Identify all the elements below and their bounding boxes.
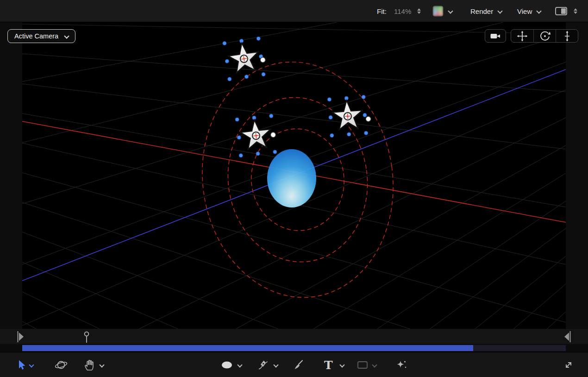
text-tool-chevron-icon[interactable]	[339, 352, 344, 377]
rectangle-tool-chevron-icon[interactable]	[372, 352, 377, 377]
pan-tool-icon	[84, 359, 95, 371]
expand-canvas-icon	[563, 359, 574, 371]
paint-tool-button[interactable]	[293, 352, 304, 377]
rectangle-tool-button[interactable]	[357, 352, 368, 377]
star-object-1[interactable]	[222, 36, 268, 81]
shape-tool-icon	[221, 360, 233, 370]
view-menu-label: View	[517, 7, 532, 15]
view-tools	[485, 29, 578, 43]
bottom-toolbar: T	[0, 352, 588, 377]
transform-3d-tool-icon	[55, 359, 68, 371]
in-point-icon[interactable]	[18, 331, 24, 342]
star-object-3[interactable]	[327, 95, 372, 138]
render-chevron-icon	[497, 9, 502, 13]
bezier-tool-icon	[257, 359, 269, 371]
color-swatch-icon	[432, 6, 444, 17]
orbit-3d-button[interactable]	[533, 30, 556, 42]
timeline-ruler[interactable]	[0, 329, 588, 344]
active-camera-label: Active Camera	[14, 32, 58, 40]
bezier-tool-chevron-icon[interactable]	[273, 352, 278, 377]
bezier-tool-button[interactable]	[257, 352, 269, 377]
render-menu[interactable]: Render	[470, 0, 502, 22]
select-tool-button[interactable]	[17, 352, 27, 377]
canvas-viewport[interactable]	[22, 22, 566, 329]
shape-tool-button[interactable]	[221, 352, 233, 377]
render-menu-label: Render	[470, 7, 493, 15]
playhead-icon[interactable]	[85, 332, 89, 343]
active-camera-chevron-icon	[64, 34, 69, 38]
camera-move-tool-group	[511, 29, 578, 43]
canvas-area[interactable]: Active Camera	[0, 22, 588, 329]
pan-3d-icon	[516, 30, 528, 42]
zoom-stepper-icon[interactable]	[417, 0, 421, 22]
shape-tool-chevron-icon[interactable]	[237, 352, 242, 377]
view-menu[interactable]: View	[517, 0, 541, 22]
mini-timeline[interactable]	[0, 344, 588, 352]
camera-overlay-icon	[489, 31, 501, 42]
pan-tool-chevron-icon[interactable]	[99, 352, 104, 377]
view-chevron-icon	[536, 9, 541, 13]
transform-3d-tool-button[interactable]	[55, 352, 68, 377]
pan-3d-button[interactable]	[511, 30, 533, 42]
fit-label: Fit:	[377, 0, 387, 22]
select-tool-icon	[17, 359, 27, 371]
drag-handle[interactable]	[366, 116, 371, 122]
anchor-point-icon[interactable]	[344, 112, 351, 120]
top-toolbar: Fit: 114% Render View	[0, 0, 588, 22]
mini-timeline-track[interactable]	[22, 345, 566, 351]
paint-tool-icon	[293, 359, 304, 371]
rectangle-tool-icon	[357, 360, 368, 370]
layout-stepper-icon[interactable]	[574, 0, 577, 22]
pan-tool-button[interactable]	[84, 352, 95, 377]
dolly-3d-icon	[561, 30, 573, 42]
sphere-object[interactable]	[267, 149, 316, 207]
text-tool-button[interactable]: T	[324, 352, 333, 377]
layout-display-icon[interactable]	[555, 0, 567, 22]
text-tool-icon: T	[324, 359, 333, 371]
camera-overlay-button[interactable]	[485, 29, 506, 43]
particles-tool-icon	[395, 359, 407, 371]
zoom-value: 114%	[394, 0, 411, 22]
dolly-3d-button[interactable]	[556, 30, 578, 42]
star-object-2[interactable]	[235, 114, 278, 157]
color-well[interactable]	[432, 0, 444, 22]
color-well-chevron-icon[interactable]	[448, 0, 453, 22]
anchor-point-icon[interactable]	[252, 132, 260, 140]
anchor-point-icon[interactable]	[240, 55, 248, 63]
active-camera-menu[interactable]: Active Camera	[7, 29, 75, 43]
particles-tool-button[interactable]	[395, 352, 407, 377]
drag-handle[interactable]	[270, 132, 276, 138]
expand-canvas-button[interactable]	[563, 352, 574, 377]
mini-timeline-fill[interactable]	[22, 345, 473, 351]
select-tool-chevron-icon[interactable]	[29, 352, 34, 377]
out-point-icon[interactable]	[564, 331, 571, 342]
orbit-3d-icon	[539, 30, 551, 42]
motion-window: Fit: 114% Render View	[0, 0, 588, 377]
drag-handle[interactable]	[260, 57, 266, 63]
